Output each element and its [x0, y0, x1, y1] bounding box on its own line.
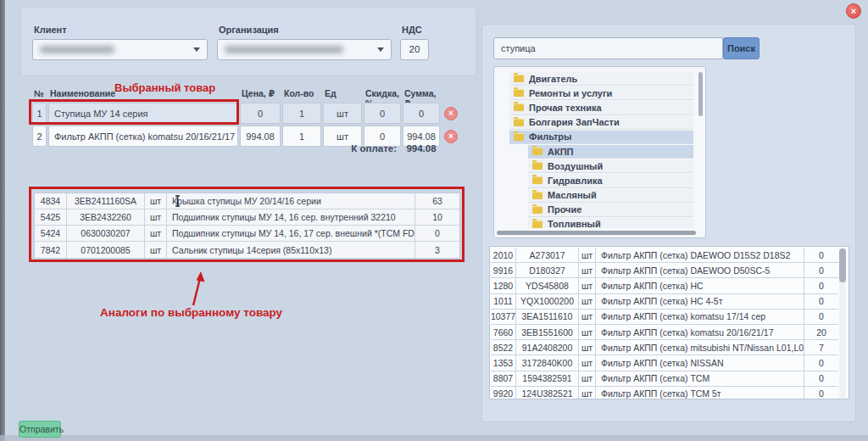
annotation-analogs: Аналоги по выбранному товару [100, 306, 282, 319]
tree-item[interactable]: Прочая техника [509, 101, 693, 114]
part-name: Фильтр АКПП (сетка) DAEWOO D15S2 D18S2 [596, 248, 804, 262]
tree-item-label: Масляный [548, 190, 597, 200]
order-row-num: 2 [32, 126, 47, 147]
window-bottom-edge [0, 435, 868, 441]
send-button[interactable]: Отправить [19, 421, 61, 438]
parts-row[interactable]: 1011 YQX1000200 шт Фильтр АКПП (сетка) H… [491, 294, 838, 310]
tree-item[interactable]: АКПП [528, 145, 693, 159]
part-name: Фильтр АКПП (сетка) komatsu 20/16/21/17 [596, 325, 804, 339]
order-row-price[interactable]: 994.08 [240, 126, 281, 147]
part-qty: 0 [804, 278, 838, 293]
category-tree: Двигатель Ремонты и услуги Прочая техник… [509, 72, 693, 228]
client-select[interactable] [32, 39, 208, 60]
parts-row[interactable]: 9920 124U382521 шт Фильтр АКПП (сетка) Т… [491, 387, 838, 399]
analog-unit: шт [145, 242, 167, 258]
part-name: Фильтр АКПП (сетка) ТСМ 5т [596, 387, 804, 399]
vat-label: НДС [402, 25, 422, 35]
total-label: К оплате: [320, 143, 397, 154]
analog-unit: шт [145, 209, 167, 225]
part-unit: шт [579, 325, 596, 339]
order-row-price[interactable]: 0 [240, 103, 281, 124]
analog-row[interactable]: 5425 3EB2432260 шт Подшипник ступицы МУ … [35, 209, 459, 226]
category-tree-panel: Двигатель Ремонты и услуги Прочая техник… [493, 66, 706, 238]
analog-row[interactable]: 5424 0630030207 шт Подшипник ступицы МУ … [35, 226, 459, 242]
order-row-qty[interactable]: 1 [282, 103, 321, 124]
tree-item[interactable]: Фильтры [509, 131, 693, 144]
part-article: 1594382591 [516, 371, 579, 386]
tree-item-label: Прочие [548, 204, 581, 215]
analog-id: 4834 [35, 193, 67, 209]
part-id: 7660 [491, 325, 516, 339]
part-article: 3EB1551600 [516, 325, 579, 339]
tree-item-label: Ремонты и услуги [529, 88, 612, 98]
analog-qty: 0 [415, 226, 459, 241]
tree-item[interactable]: Ремонты и услуги [509, 87, 693, 100]
client-label: Клиент [34, 25, 67, 35]
parts-scrollbar-thumb[interactable] [839, 248, 846, 282]
analogs-table: 4834 3EB2411160SA шт Крышка ступицы МУ 2… [34, 193, 460, 259]
tree-item[interactable]: Двигатель [509, 72, 693, 86]
parts-row[interactable]: 8522 91A2408200 шт Фильтр АКПП (сетка) m… [491, 340, 838, 355]
tree-item[interactable]: Масляный [528, 189, 693, 203]
folder-icon [514, 133, 524, 141]
part-unit: шт [579, 387, 596, 399]
search-input[interactable]: ступица [493, 37, 723, 59]
order-row-discount[interactable]: 0 [364, 103, 401, 124]
part-qty: 0 [804, 355, 838, 370]
analog-id: 5424 [35, 226, 67, 241]
redacted-organization-value [225, 46, 343, 53]
part-qty: 0 [804, 248, 838, 262]
organization-label: Организация [219, 25, 279, 35]
part-article: YQX1000200 [516, 294, 579, 309]
analog-qty: 3 [415, 242, 459, 258]
part-article: 124U382521 [516, 387, 579, 399]
tree-item[interactable]: Топливный [528, 218, 693, 228]
parts-row[interactable]: 9916 D180327 шт Фильтр АКПП (сетка) DAEW… [491, 263, 838, 278]
tree-item-label: Болгария ЗапЧасти [529, 117, 620, 127]
part-name: Фильтр АКПП (сетка) NISSAN [596, 355, 804, 370]
delete-row-icon[interactable]: × [444, 130, 458, 143]
order-row[interactable]: 2 Фильтр АКПП (сетка) komatsu 20/16/21/1… [32, 126, 462, 147]
part-unit: шт [579, 248, 596, 262]
tree-vertical-scrollbar[interactable] [698, 72, 703, 116]
total-value: 994.08 [402, 143, 441, 154]
search-button[interactable]: Поиск [723, 37, 760, 59]
tree-item[interactable]: Прочие [528, 204, 693, 217]
analog-name: Подшипник ступицы МУ 14, 16 сер. внутрен… [167, 209, 415, 225]
close-icon[interactable]: × [846, 3, 861, 19]
part-name: Фильтр АКПП (сетка) TCM [596, 371, 804, 386]
tree-item-label: АКПП [548, 147, 573, 157]
analog-row[interactable]: 7842 0701200085 шт Сальник ступицы 14сер… [35, 242, 459, 258]
parts-row[interactable]: 7660 3EB1551600 шт Фильтр АКПП (сетка) k… [491, 325, 838, 340]
order-row-sum: 0 [403, 103, 440, 124]
parts-table: 2010 A273017 шт Фильтр АКПП (сетка) DAEW… [491, 248, 838, 399]
tree-item[interactable]: Гидравлика [528, 174, 693, 187]
parts-row[interactable]: 1280 YDS45808 шт Фильтр АКПП (сетка) HC … [491, 278, 838, 293]
part-unit: шт [579, 294, 596, 309]
part-qty: 0 [804, 294, 838, 309]
analog-row[interactable]: 4834 3EB2411160SA шт Крышка ступицы МУ 2… [35, 193, 459, 209]
delete-row-icon[interactable]: × [444, 107, 458, 120]
part-unit: шт [579, 278, 596, 293]
part-id: 8807 [491, 371, 516, 386]
parts-row[interactable]: 8807 1594382591 шт Фильтр АКПП (сетка) T… [491, 371, 838, 387]
part-unit: шт [579, 310, 596, 324]
tree-horizontal-scrollbar[interactable] [497, 231, 696, 235]
parts-row[interactable]: 2010 A273017 шт Фильтр АКПП (сетка) DAEW… [491, 248, 838, 263]
tree-item[interactable]: Воздушный [528, 159, 693, 173]
part-unit: шт [579, 263, 596, 277]
part-qty: 20 [804, 325, 838, 339]
annotation-arrow [178, 268, 216, 309]
analog-name: Подшипник ступицы МУ 14, 16, 17 сер. вне… [167, 226, 415, 241]
part-id: 10377 [491, 310, 516, 324]
organization-select[interactable] [217, 39, 392, 60]
part-article: 91A2408200 [516, 340, 579, 354]
part-name: Фильтр АКПП (сетка) mitsubishi NT/Nissan… [596, 340, 804, 354]
tree-item[interactable]: Болгария ЗапЧасти [509, 116, 693, 130]
parts-row[interactable]: 10377 3EA1511610 шт Фильтр АКПП (сетка) … [491, 310, 838, 325]
tree-item-label: Двигатель [529, 74, 577, 84]
part-id: 1280 [491, 278, 516, 293]
vat-input[interactable]: 20 [400, 39, 429, 60]
order-row-qty[interactable]: 1 [282, 126, 321, 147]
parts-row[interactable]: 1353 3172840K00 шт Фильтр АКПП (сетка) N… [491, 355, 838, 371]
